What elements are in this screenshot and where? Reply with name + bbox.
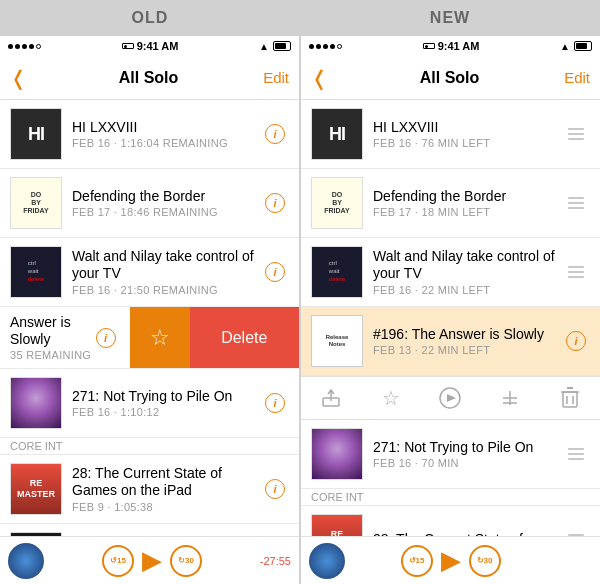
new-item-title: HI LXXVIII [373,119,562,136]
old-item-subtitle: FEB 9 · 1:05:38 [72,501,261,513]
dot1 [8,44,13,49]
new-back-button[interactable]: ❬ [311,66,335,90]
old-info-btn[interactable]: i [261,120,289,148]
old-item-info: HI LXXVIII FEB 16 · 1:16:04 REMAINING [72,119,261,150]
delete-label: Delete [221,329,267,347]
trash-icon [560,387,580,409]
new-status-icons: ▲ [560,41,592,52]
old-player-controls: ↺15 ▶ ↻30 [52,545,252,577]
old-skip-back-btn[interactable]: ↺15 [102,545,134,577]
new-nav-bar: ❬ All Solo Edit [301,56,600,100]
new-item-title: Walt and Nilay take control of your TV [373,248,562,282]
info-icon[interactable]: i [265,262,285,282]
new-remaster-artwork: REMASTER [311,514,363,536]
old-info-btn[interactable]: i [261,475,289,503]
new-highlighted-subtitle: FEB 13 · 22 MIN LEFT [373,344,562,356]
new-star-btn[interactable]: ☆ [361,377,421,419]
info-icon[interactable]: i [265,193,285,213]
old-list-item[interactable]: ctrl wait delete Walt and Nilay take con… [0,238,299,307]
old-list-item[interactable]: 😐 13: Nevertheless, She Persisted FEB 9 … [0,524,299,536]
old-item-title: 271: Not Trying to Pile On [72,388,261,405]
info-icon[interactable]: i [566,331,586,351]
old-info-btn[interactable]: i [261,389,289,417]
new-core-artwork [311,428,363,480]
dot5 [36,44,41,49]
skip-back-label: ↺15 [409,556,425,565]
old-wifi-icon [122,43,134,49]
new-play-circle-btn[interactable] [421,377,481,419]
old-swipe-info-btn[interactable]: i [92,324,120,352]
old-info-btn[interactable]: i [261,258,289,286]
old-remaster-artwork: REMASTER [10,463,62,515]
new-highlighted-item[interactable]: ReleaseNotes #196: The Answer is Slowly … [301,307,600,376]
dot4 [330,44,335,49]
old-edit-button[interactable]: Edit [263,69,289,86]
new-skip-forward-btn[interactable]: ↻30 [469,545,501,577]
new-list-item[interactable]: HI HI LXXVIII FEB 16 · 76 MIN LEFT [301,100,600,169]
old-item-info: 28: The Current State of Games on the iP… [72,465,261,513]
new-list-item[interactable]: ctrl wait delete Walt and Nilay take con… [301,238,600,307]
old-info-btn[interactable]: i [261,189,289,217]
new-item-info: #196: The Answer is Slowly FEB 13 · 22 M… [373,326,562,357]
old-item-title: 13: Nevertheless, She Persisted [72,534,261,536]
old-swipe-info: Answer is Slowly 35 REMAINING [10,314,92,362]
old-panel: 9:41 AM ▲ ❬ All Solo Edit HI H [0,36,299,584]
info-icon[interactable]: i [96,328,116,348]
old-status-bar: 9:41 AM ▲ [0,36,299,56]
old-item-info: Defending the Border FEB 17 · 18:46 REMA… [72,188,261,219]
new-list: HI HI LXXVIII FEB 16 · 76 MIN LEFT DOBYF… [301,100,600,536]
new-share-btn[interactable] [301,377,361,419]
old-core-artwork [10,377,62,429]
new-trash-btn[interactable] [540,377,600,419]
new-item-info: Defending the Border FEB 17 · 18 MIN LEF… [373,188,562,219]
new-edit-button[interactable]: Edit [564,69,590,86]
old-play-btn[interactable]: ▶ [142,545,162,576]
new-add-btn[interactable] [480,377,540,419]
old-star-btn[interactable]: ☆ [130,307,190,368]
old-core-label: Core Int [0,438,299,455]
old-swipe-row: Answer is Slowly 35 REMAINING i ☆ Delete [0,307,299,369]
old-ctrl-artwork: ctrl wait delete [10,246,62,298]
new-list-item[interactable]: 271: Not Trying to Pile On FEB 16 · 70 M… [301,420,600,489]
old-swipe-item[interactable]: Answer is Slowly 35 REMAINING i [0,307,130,368]
drag-handle-icon [564,262,588,282]
new-info-btn[interactable]: i [562,327,590,355]
old-hi-artwork: HI [10,108,62,160]
old-list-item[interactable]: DOBYFRIDAY Defending the Border FEB 17 ·… [0,169,299,238]
new-dbtf-artwork: DOBYFRIDAY [311,177,363,229]
old-delete-btn[interactable]: Delete [190,307,300,368]
new-play-btn[interactable]: ▶ [441,545,461,576]
new-player-spacer [556,543,592,579]
new-item-info: 28: The Current State of [373,531,562,536]
info-icon[interactable]: i [265,479,285,499]
old-nav-title: All Solo [34,69,263,87]
old-skip-forward-btn[interactable]: ↻30 [170,545,202,577]
star-icon: ☆ [150,325,170,351]
old-label: OLD [0,0,300,36]
old-dbtf-artwork: DOBYFRIDAY [10,177,62,229]
old-item-title: Walt and Nilay take control of your TV [72,248,261,282]
old-item-title: HI LXXVIII [72,119,261,136]
new-handle [562,258,590,286]
old-item-subtitle: FEB 16 · 21:50 REMAINING [72,284,261,296]
old-list-item[interactable]: REMASTER 28: The Current State of Games … [0,455,299,524]
info-icon[interactable]: i [265,124,285,144]
new-status-bar: 9:41 AM ▲ [301,36,600,56]
new-skip-back-btn[interactable]: ↺15 [401,545,433,577]
old-time: 9:41 AM [137,40,179,52]
star-icon: ☆ [382,386,400,410]
new-highlighted-title: #196: The Answer is Slowly [373,326,562,343]
signal-dots [8,44,41,49]
new-item-title: 28: The Current State of [373,531,562,536]
new-core-label: Core Int [301,489,600,506]
new-list-item[interactable]: REMASTER 28: The Current State of [301,506,600,536]
old-back-button[interactable]: ❬ [10,66,34,90]
old-list-item[interactable]: 271: Not Trying to Pile On FEB 16 · 1:10… [0,369,299,438]
old-list-item[interactable]: HI HI LXXVIII FEB 16 · 1:16:04 REMAINING… [0,100,299,169]
info-icon[interactable]: i [265,393,285,413]
drag-handle-icon [564,193,588,213]
new-action-bar: ☆ [301,376,600,420]
new-list-item[interactable]: DOBYFRIDAY Defending the Border FEB 17 ·… [301,169,600,238]
new-panel: 9:41 AM ▲ ❬ All Solo Edit HI H [301,36,600,584]
new-item-title: 271: Not Trying to Pile On [373,439,562,456]
